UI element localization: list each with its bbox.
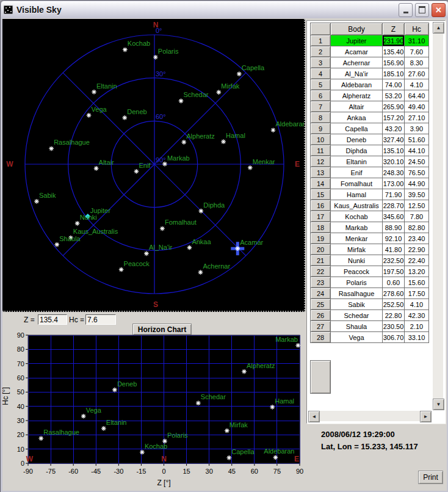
horizontal-scrollbar[interactable]: ◄ ► <box>308 411 432 421</box>
z-cell[interactable]: 327.40 <box>383 134 405 145</box>
body-cell[interactable]: Achernar <box>331 57 383 68</box>
body-cell[interactable]: Markab <box>331 222 383 233</box>
z-cell[interactable]: 43.20 <box>383 123 405 134</box>
body-cell[interactable]: Peacock <box>331 266 383 277</box>
star-marker[interactable] <box>94 166 99 171</box>
star-marker[interactable] <box>38 436 43 441</box>
z-cell[interactable]: 320.10 <box>383 156 405 167</box>
row-number-cell[interactable]: 24 <box>311 288 331 299</box>
hc-cell[interactable]: 15.60 <box>405 277 429 288</box>
star-marker[interactable] <box>81 414 86 419</box>
title-bar[interactable]: Visible Sky ✕ <box>1 1 448 18</box>
maximize-button[interactable] <box>415 3 429 17</box>
z-cell[interactable]: 88.90 <box>383 222 405 233</box>
row-number-cell[interactable]: 23 <box>311 277 331 288</box>
hc-cell[interactable]: 12.50 <box>405 200 429 211</box>
scroll-up-button[interactable]: ▲ <box>433 22 444 34</box>
z-cell[interactable]: 156.90 <box>383 57 405 68</box>
scroll-down-button[interactable]: ▼ <box>433 399 444 410</box>
row-number-cell[interactable]: 3 <box>311 57 331 68</box>
body-cell[interactable]: Rasalhague <box>331 288 383 299</box>
row-number-cell[interactable]: 21 <box>311 255 331 266</box>
body-cell[interactable]: Jupiter <box>331 35 383 46</box>
row-number-cell[interactable]: 7 <box>311 101 331 112</box>
body-cell[interactable]: Eltanin <box>331 156 383 167</box>
star-marker[interactable] <box>199 209 204 214</box>
body-cell[interactable]: Menkar <box>331 233 383 244</box>
z-cell[interactable]: 230.50 <box>383 321 405 332</box>
row-number-cell[interactable]: 28 <box>311 332 331 343</box>
scroll-left-button[interactable]: ◄ <box>308 411 320 422</box>
row-number-cell[interactable]: 9 <box>311 123 331 134</box>
star-marker[interactable] <box>179 99 184 104</box>
hc-cell[interactable]: 27.10 <box>405 112 429 123</box>
star-marker[interactable] <box>49 147 54 151</box>
row-number-cell[interactable]: 19 <box>311 233 331 244</box>
star-marker[interactable] <box>235 246 240 251</box>
hc-cell[interactable]: 24.50 <box>405 156 429 167</box>
star-marker[interactable] <box>237 71 242 76</box>
row-number-cell[interactable]: 14 <box>311 178 331 189</box>
row-number-cell[interactable]: 8 <box>311 112 331 123</box>
star-marker[interactable] <box>92 90 96 95</box>
body-cell[interactable]: Enif <box>331 167 383 178</box>
row-number-cell[interactable]: 13 <box>311 167 331 178</box>
body-cell[interactable]: Schedar <box>331 310 383 321</box>
hc-cell[interactable]: 49.40 <box>405 101 429 112</box>
z-cell[interactable]: 185.10 <box>383 68 405 79</box>
row-number-cell[interactable]: 20 <box>311 244 331 255</box>
body-cell[interactable]: Deneb <box>331 134 383 145</box>
body-cell[interactable]: Polaris <box>331 277 383 288</box>
hc-cell[interactable]: 13.20 <box>405 266 429 277</box>
z-cell[interactable]: 135.40 <box>383 46 405 57</box>
star-marker[interactable] <box>122 115 127 120</box>
hc-cell[interactable]: 7.80 <box>405 211 429 222</box>
star-marker[interactable] <box>119 267 124 272</box>
star-marker[interactable] <box>217 90 222 95</box>
hc-cell[interactable]: 82.80 <box>405 222 429 233</box>
z-cell[interactable]: 0.60 <box>383 277 405 288</box>
hc-cell[interactable]: 3.90 <box>405 123 429 134</box>
row-number-cell[interactable]: 18 <box>311 222 331 233</box>
star-marker[interactable] <box>112 388 117 393</box>
body-cell[interactable]: Vega <box>331 332 383 343</box>
body-cell[interactable]: Alpheratz <box>331 90 383 101</box>
hc-cell[interactable]: 64.40 <box>405 90 429 101</box>
row-number-cell[interactable]: 25 <box>311 299 331 310</box>
hc-cell[interactable]: 31.10 <box>405 35 429 46</box>
minimize-button[interactable] <box>399 3 413 17</box>
hc-cell[interactable]: 4.10 <box>405 79 429 90</box>
star-marker[interactable] <box>181 140 186 145</box>
z-cell[interactable]: 306.70 <box>383 332 405 343</box>
row-number-cell[interactable]: 17 <box>311 211 331 222</box>
row-number-cell[interactable]: 15 <box>311 189 331 200</box>
close-button[interactable]: ✕ <box>432 3 446 17</box>
star-marker[interactable] <box>273 455 278 460</box>
star-marker[interactable] <box>54 242 59 247</box>
hc-cell[interactable]: 17.50 <box>405 288 429 299</box>
z-cell[interactable]: 173.00 <box>383 178 405 189</box>
z-value-field[interactable] <box>38 314 67 325</box>
row-number-cell[interactable]: 6 <box>311 90 331 101</box>
z-cell[interactable]: 22.80 <box>383 310 405 321</box>
hc-cell[interactable]: 76.50 <box>405 167 429 178</box>
row-number-cell[interactable]: 11 <box>311 145 331 156</box>
star-marker[interactable] <box>101 426 106 431</box>
hc-cell[interactable]: 7.60 <box>405 46 429 57</box>
hc-cell[interactable]: 4.10 <box>405 299 429 310</box>
row-number-cell[interactable]: 26 <box>311 310 331 321</box>
z-cell[interactable]: 41.80 <box>383 244 405 255</box>
body-cell[interactable]: Kaus_Australis <box>331 200 383 211</box>
star-marker[interactable] <box>221 139 226 144</box>
star-marker[interactable] <box>123 48 128 52</box>
hc-cell[interactable]: 44.10 <box>405 145 429 156</box>
body-cell[interactable]: Diphda <box>331 145 383 156</box>
z-cell[interactable]: 345.60 <box>383 211 405 222</box>
hc-cell[interactable]: 33.10 <box>405 332 429 343</box>
hc-cell[interactable]: 42.30 <box>405 310 429 321</box>
body-cell[interactable]: Kochab <box>331 211 383 222</box>
z-cell[interactable]: 71.90 <box>383 189 405 200</box>
star-marker[interactable] <box>242 369 247 374</box>
z-cell[interactable]: 197.50 <box>383 266 405 277</box>
hc-cell[interactable]: 27.60 <box>405 68 429 79</box>
